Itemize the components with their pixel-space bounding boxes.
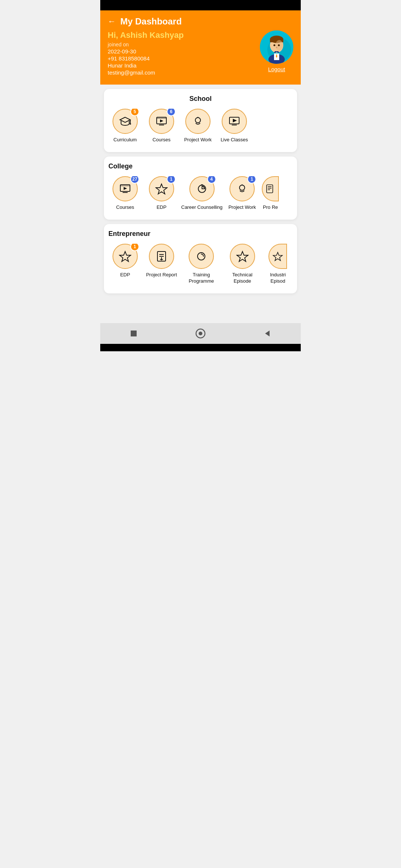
school-icon-row: 5 Curriculum 6 Courses [108,109,293,145]
school-curriculum[interactable]: 5 Curriculum [108,109,142,143]
svg-rect-45 [131,331,137,336]
svg-marker-26 [124,187,127,190]
email: testing@gmail.com [108,69,260,76]
college-edp-badge: 1 [167,176,176,184]
school-live-classes-label: Live Classes [221,137,248,143]
college-courses-label: Courses [116,204,134,211]
status-bar [100,0,301,10]
school-courses-label: Courses [153,137,170,143]
entrepreneur-icon-row: 1 EDP Project Report [108,244,293,286]
entrepreneur-industry-episode[interactable]: Industri Episod [263,244,293,285]
nav-home-button[interactable] [195,328,206,339]
entrepreneur-project-report[interactable]: Project Report [145,244,178,285]
school-courses[interactable]: 6 Courses [145,109,178,143]
college-career-label: Career Counselling [181,204,222,211]
college-project-badge: 1 [247,176,256,184]
school-title: School [108,95,293,103]
greeting-text: Hi, Ashish Kashyap [108,30,260,40]
svg-point-10 [278,45,280,46]
college-partial-label: Pro Re [263,204,278,211]
nav-square-button[interactable] [128,328,140,339]
entrepreneur-technical-episode[interactable]: Technical Episode [225,244,260,285]
svg-marker-43 [237,251,248,262]
entrepreneur-edp-badge: 1 [130,244,139,251]
svg-point-14 [130,123,131,125]
school-project-work-label: Project Work [184,137,212,143]
joined-date: 2022-09-30 [108,48,260,55]
svg-marker-28 [156,184,167,194]
entrepreneur-training-programme[interactable]: Training Programme [181,244,222,285]
curriculum-label: Curriculum [114,137,137,143]
entrepreneur-technical-label: Technical Episode [225,272,260,285]
school-project-work[interactable]: Project Work [181,109,215,143]
college-courses[interactable]: 27 Courses [108,176,142,211]
user-info: Hi, Ashish Kashyap joined on 2022-09-30 … [108,30,260,76]
entrepreneur-training-label: Training Programme [181,272,222,285]
college-project-work[interactable]: 1 Project Work [225,176,259,211]
page-title: My Dashboard [120,16,182,27]
svg-marker-17 [160,119,163,122]
college-title: College [108,162,293,170]
school-live-classes[interactable]: Live Classes [218,109,251,143]
phone-number: +91 8318580084 [108,55,260,62]
svg-marker-48 [265,331,270,336]
svg-point-19 [195,118,200,123]
joined-label: joined on [108,42,260,47]
svg-rect-33 [267,185,273,193]
svg-marker-44 [273,252,283,260]
college-project-label: Project Work [228,204,256,211]
school-courses-badge: 6 [167,109,176,116]
svg-marker-37 [120,251,131,262]
college-section: College 27 Courses [104,157,297,220]
college-partial[interactable]: Pro Re [262,176,279,211]
entrepreneur-section: Entrepreneur 1 EDP [104,224,297,293]
college-edp-label: EDP [157,204,167,211]
svg-point-47 [199,332,202,335]
svg-point-31 [239,185,245,190]
spacer [100,298,301,320]
svg-rect-16 [157,117,166,118]
svg-rect-18 [159,125,164,125]
entrepreneur-title: Entrepreneur [108,230,293,238]
entrepreneur-edp-label: EDP [120,272,130,278]
bottom-nav [100,323,301,344]
nav-back-button[interactable] [261,328,273,339]
avatar [260,30,293,64]
entrepreneur-edp[interactable]: 1 EDP [108,244,142,285]
svg-rect-27 [123,192,128,193]
college-courses-badge: 27 [130,176,139,184]
svg-point-11 [276,47,277,48]
avatar-section: Logout [260,30,293,72]
school-section: School 5 Curriculum [104,89,297,152]
entrepreneur-industry-label: Industri Episod [263,272,293,285]
svg-point-9 [274,45,276,46]
college-edp[interactable]: 1 EDP [145,176,178,211]
svg-rect-23 [232,125,237,125]
college-icon-row: 27 Courses 1 EDP [108,176,293,212]
entrepreneur-project-report-label: Project Report [146,272,177,278]
svg-marker-22 [233,119,237,122]
svg-rect-25 [120,185,130,186]
college-career-badge: 4 [207,176,216,184]
logout-button[interactable]: Logout [268,66,285,72]
back-button[interactable]: ← [108,17,116,26]
bottom-bar [100,344,301,351]
curriculum-badge: 5 [130,109,139,116]
college-career-counselling[interactable]: 4 Career Counselling [181,176,222,211]
organization: Hunar India [108,62,260,69]
header: ← My Dashboard Hi, Ashish Kashyap joined… [100,10,301,85]
